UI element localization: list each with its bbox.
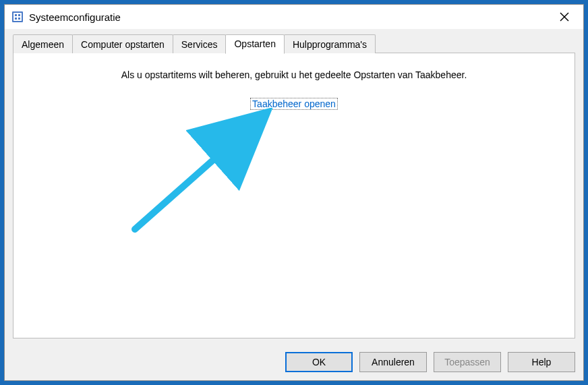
- window-frame: Systeemconfiguratie Algemeen Computer op…: [4, 4, 584, 381]
- open-task-manager-link[interactable]: Taakbeheer openen: [250, 98, 338, 110]
- apply-button[interactable]: Toepassen: [434, 352, 501, 372]
- svg-rect-1: [13, 13, 22, 21]
- msconfig-icon: [11, 11, 24, 23]
- tab-strip: Algemeen Computer opstarten Services Ops…: [13, 34, 575, 53]
- tab-algemeen[interactable]: Algemeen: [13, 34, 73, 53]
- ok-button[interactable]: OK: [285, 352, 353, 372]
- tab-opstarten[interactable]: Opstarten: [225, 34, 284, 54]
- content-area: Algemeen Computer opstarten Services Ops…: [5, 29, 583, 380]
- button-row: OK Annuleren Toepassen Help: [285, 352, 575, 372]
- close-button[interactable]: [551, 7, 578, 27]
- window-title: Systeemconfiguratie: [29, 11, 121, 23]
- tab-computer-opstarten[interactable]: Computer opstarten: [72, 34, 173, 53]
- help-button[interactable]: Help: [508, 352, 575, 372]
- svg-rect-3: [18, 14, 20, 16]
- close-icon: [560, 12, 569, 22]
- svg-rect-4: [15, 18, 17, 20]
- cancel-button[interactable]: Annuleren: [359, 352, 427, 372]
- title-left: Systeemconfiguratie: [11, 11, 121, 23]
- svg-rect-5: [18, 18, 20, 20]
- tab-services[interactable]: Services: [173, 34, 227, 53]
- title-bar: Systeemconfiguratie: [5, 5, 583, 29]
- tab-panel-opstarten: Als u opstartitems wilt beheren, gebruik…: [13, 53, 575, 338]
- svg-rect-2: [15, 14, 17, 16]
- startup-info-text: Als u opstartitems wilt beheren, gebruik…: [13, 69, 575, 80]
- tab-container: Algemeen Computer opstarten Services Ops…: [13, 34, 575, 338]
- tab-hulpprogrammas[interactable]: Hulpprogramma's: [284, 34, 376, 53]
